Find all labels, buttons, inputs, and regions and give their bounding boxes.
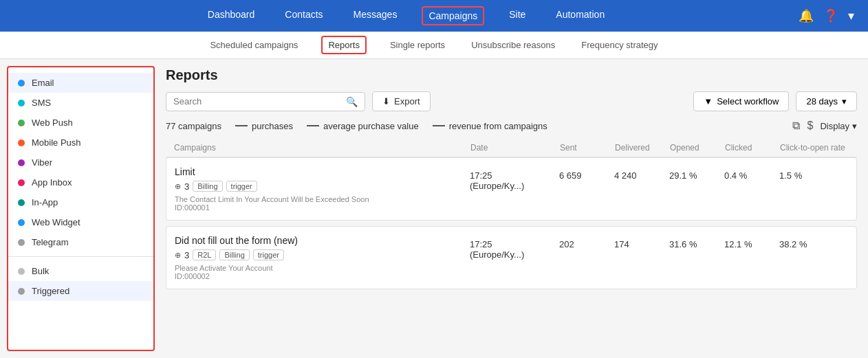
- campaign-info-1: Limit ⊕ 3 Billing trigger The Contact Li…: [175, 166, 470, 212]
- avg-purchase-label: average purchase value: [323, 121, 419, 131]
- user-menu-icon[interactable]: ▾: [848, 8, 854, 23]
- tag-trigger-1: trigger: [226, 181, 257, 192]
- nav-site[interactable]: Site: [503, 6, 531, 25]
- cell-delivered-1: 4 240: [614, 166, 669, 181]
- sidebar-item-webpush[interactable]: Web Push: [8, 113, 153, 133]
- subnav-scheduled[interactable]: Scheduled campaigns: [207, 33, 301, 57]
- table-row[interactable]: Did not fill out the form (new) ⊕ 3 R2L …: [166, 226, 857, 289]
- page-title: Reports: [166, 67, 857, 83]
- campaign-id-1: ID:000001: [175, 203, 470, 212]
- table-row[interactable]: Limit ⊕ 3 Billing trigger The Contact Li…: [166, 157, 857, 221]
- export-icon: ⬇: [382, 96, 390, 107]
- nav-contacts[interactable]: Contacts: [279, 6, 328, 25]
- campaign-name-1: Limit: [175, 166, 470, 177]
- nav-dashboard[interactable]: Dashboard: [202, 6, 261, 25]
- sidebar-item-viber[interactable]: Viber: [8, 153, 153, 172]
- help-icon[interactable]: ❓: [823, 8, 838, 23]
- export-button[interactable]: ⬇ Export: [372, 91, 431, 111]
- sidebar-label-triggered: Triggered: [32, 286, 69, 296]
- sidebar-label-email: Email: [32, 78, 54, 88]
- search-input[interactable]: [173, 96, 346, 107]
- sidebar-label-webwidget: Web Widget: [32, 217, 80, 227]
- stat-revenue: revenue from campaigns: [433, 121, 547, 131]
- triggered-dot: [18, 288, 25, 295]
- sidebar-item-telegram[interactable]: Telegram: [8, 232, 153, 252]
- bell-icon[interactable]: 🔔: [799, 8, 814, 23]
- th-clicked: Clicked: [725, 143, 780, 153]
- sidebar-divider: [8, 256, 153, 257]
- nav-messages[interactable]: Messages: [348, 6, 403, 25]
- stats-row: 77 campaigns purchases average purchase …: [166, 120, 857, 132]
- days-label: 28 days: [806, 96, 838, 107]
- sidebar-label-webpush: Web Push: [32, 118, 73, 128]
- funnel-icon: ▼: [704, 96, 713, 107]
- email-dot: [18, 80, 25, 87]
- stat-purchases: purchases: [235, 121, 293, 131]
- subnav-frequency[interactable]: Frequency strategy: [578, 33, 660, 57]
- sidebar-item-mobilepush[interactable]: Mobile Push: [8, 133, 153, 153]
- avg-purchase-dash: [307, 125, 319, 126]
- campaign-id-2: ID:000002: [175, 272, 470, 280]
- dollar-icon[interactable]: $: [807, 120, 813, 132]
- tag-billing-2: Billing: [219, 249, 249, 260]
- workflow-label: Select workflow: [717, 96, 779, 107]
- sidebar-label-viber: Viber: [32, 157, 52, 168]
- cell-date-1: 17:25(Europe/Ky...): [470, 166, 559, 191]
- subnav-single-reports[interactable]: Single reports: [387, 33, 448, 57]
- main-layout: Email SMS Web Push Mobile Push Viber App…: [0, 59, 868, 358]
- cell-clicktoopen-2: 38.2 %: [779, 235, 848, 249]
- sidebar-label-appinbox: App Inbox: [32, 177, 72, 188]
- sidebar-item-email[interactable]: Email: [8, 73, 153, 93]
- viber-dot: [18, 159, 25, 166]
- display-chevron-icon: ▾: [852, 121, 857, 131]
- sidebar-item-sms[interactable]: SMS: [8, 93, 153, 113]
- nav-campaigns[interactable]: Campaigns: [422, 6, 484, 25]
- subnav-reports[interactable]: Reports: [321, 36, 367, 54]
- globe-icon-2: ⊕: [175, 251, 181, 260]
- tag-billing-1: Billing: [193, 181, 222, 192]
- content-area: Reports 🔍 ⬇ Export ▼ Select workflow 28 …: [155, 59, 868, 358]
- sidebar-label-inapp: In-App: [32, 197, 58, 208]
- campaign-desc-2: Please Activate Your Account: [175, 264, 470, 272]
- purchases-label: purchases: [252, 121, 293, 131]
- th-date: Date: [470, 143, 560, 153]
- select-workflow-button[interactable]: ▼ Select workflow: [693, 91, 789, 111]
- top-nav: Dashboard Contacts Messages Campaigns Si…: [0, 0, 868, 32]
- campaign-tags-1: ⊕ 3 Billing trigger: [175, 181, 470, 192]
- copy-icon[interactable]: ⧉: [792, 120, 800, 132]
- th-opened: Opened: [670, 143, 725, 153]
- stat-avg-purchase: average purchase value: [307, 121, 419, 131]
- globe-count-1: 3: [184, 181, 189, 192]
- cell-sent-2: 202: [559, 235, 614, 249]
- days-button[interactable]: 28 days ▾: [796, 91, 857, 111]
- sidebar-item-appinbox[interactable]: App Inbox: [8, 172, 153, 192]
- table-header: Campaigns Date Sent Delivered Opened Cli…: [166, 139, 857, 157]
- mobilepush-dot: [18, 139, 25, 146]
- top-nav-links: Dashboard Contacts Messages Campaigns Si…: [14, 6, 799, 25]
- sidebar-item-triggered[interactable]: Triggered: [8, 281, 153, 301]
- telegram-dot: [18, 239, 25, 246]
- nav-automation[interactable]: Automation: [550, 6, 610, 25]
- sidebar-item-bulk[interactable]: Bulk: [8, 261, 153, 281]
- th-clicktoopen: Click-to-open rate: [780, 143, 849, 153]
- globe-count-2: 3: [184, 250, 189, 260]
- subnav-unsubscribe[interactable]: Unsubscribe reasons: [468, 33, 558, 57]
- sidebar-label-bulk: Bulk: [32, 266, 49, 276]
- appinbox-dot: [18, 179, 25, 186]
- webpush-dot: [18, 120, 25, 126]
- campaign-tags-2: ⊕ 3 R2L Billing trigger: [175, 249, 470, 260]
- display-button[interactable]: Display ▾: [820, 121, 857, 131]
- cell-opened-2: 31.6 %: [669, 235, 724, 249]
- cell-clicked-1: 0.4 %: [724, 166, 779, 181]
- top-nav-icons: 🔔 ❓ ▾: [799, 8, 854, 23]
- th-campaigns: Campaigns: [174, 143, 470, 153]
- bulk-dot: [18, 268, 25, 275]
- inapp-dot: [18, 199, 25, 206]
- campaign-name-2: Did not fill out the form (new): [175, 235, 470, 246]
- search-icon: 🔍: [346, 96, 358, 107]
- sidebar-item-inapp[interactable]: In-App: [8, 192, 153, 212]
- export-label: Export: [394, 96, 420, 107]
- sidebar-item-webwidget[interactable]: Web Widget: [8, 212, 153, 232]
- cell-delivered-2: 174: [614, 235, 669, 249]
- tag-trigger-2: trigger: [253, 249, 284, 260]
